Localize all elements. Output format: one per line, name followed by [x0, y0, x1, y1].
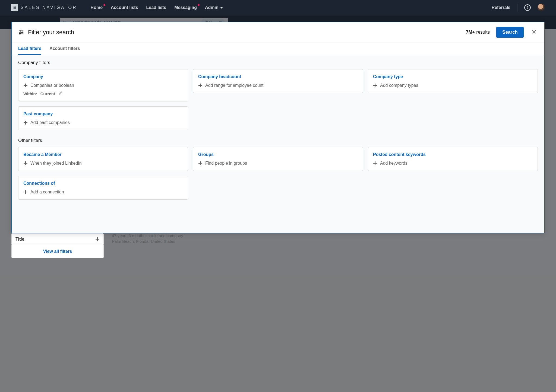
add-member-date-action[interactable]: When they joined LinkedIn — [23, 161, 183, 166]
divider — [517, 4, 517, 12]
svg-point-13 — [20, 33, 21, 34]
card-title: Past company — [23, 111, 183, 116]
svg-point-11 — [22, 32, 23, 33]
modal-header: Filter your search 7M+ results Search — [12, 22, 544, 43]
avatar[interactable] — [538, 4, 545, 11]
modal-body: Company filters Company Companies or boo… — [12, 55, 544, 233]
nav-account-lists[interactable]: Account lists — [111, 5, 138, 10]
card-title: Company — [23, 74, 183, 79]
snippet-role: 47 years 3 months in role and company — [112, 233, 542, 238]
plus-icon — [198, 83, 203, 88]
nav-admin[interactable]: Admin — [205, 5, 223, 10]
nav-referrals[interactable]: Referrals — [492, 5, 510, 10]
add-company-type-action[interactable]: Add company types — [373, 83, 533, 88]
result-snippet: 47 years 3 months in role and company Pa… — [109, 233, 545, 392]
plus-icon — [23, 161, 28, 165]
svg-point-9 — [20, 30, 21, 31]
section-title-other: Other filters — [18, 138, 538, 143]
snippet-location: Palm Beach, Florida, United States — [112, 239, 542, 244]
filter-card-company[interactable]: Company Companies or boolean Within: Cur… — [18, 69, 188, 101]
nav-lead-lists[interactable]: Lead lists — [146, 5, 166, 10]
filter-card-headcount[interactable]: Company headcount Add range for employee… — [193, 69, 363, 93]
filter-card-groups[interactable]: Groups Find people in groups — [193, 147, 363, 171]
plus-icon — [23, 120, 28, 125]
view-all-filters-button[interactable]: View all filters — [11, 245, 104, 258]
edit-within-button[interactable] — [58, 91, 63, 96]
filter-card-past-company[interactable]: Past company Add past companies — [18, 106, 188, 130]
plus-icon — [95, 237, 100, 241]
add-groups-action[interactable]: Find people in groups — [198, 161, 358, 166]
add-keywords-action[interactable]: Add keywords — [373, 161, 533, 166]
plus-icon — [23, 190, 28, 194]
brand-text: SALES NAVIGATOR — [21, 5, 77, 10]
within-row: Within: Current — [23, 91, 183, 96]
chevron-down-icon — [220, 7, 223, 9]
filter-card-connections-of[interactable]: Connections of Add a connection — [18, 176, 188, 200]
background-content: Title View all filters 47 years 3 months… — [11, 228, 545, 392]
plus-icon — [373, 83, 377, 88]
modal-title: Filter your search — [28, 29, 74, 36]
filter-card-posted-keywords[interactable]: Posted content keywords Add keywords — [368, 147, 538, 171]
filter-modal: Filter your search 7M+ results Search Le… — [11, 22, 545, 233]
add-company-action[interactable]: Companies or boolean — [23, 83, 183, 88]
filter-card-company-type[interactable]: Company type Add company types — [368, 69, 538, 93]
card-title: Posted content keywords — [373, 152, 533, 157]
card-title: Became a Member — [23, 152, 183, 157]
tab-account-filters[interactable]: Account filters — [49, 43, 80, 55]
card-title: Connections of — [23, 181, 183, 186]
search-button[interactable]: Search — [496, 27, 524, 38]
add-connection-action[interactable]: Add a connection — [23, 190, 183, 195]
nav-home[interactable]: Home — [91, 5, 103, 10]
add-headcount-action[interactable]: Add range for employee count — [198, 83, 358, 88]
top-nav: in SALES NAVIGATOR Home Account lists Le… — [0, 0, 556, 15]
add-past-company-action[interactable]: Add past companies — [23, 120, 183, 125]
notification-dot-icon — [103, 4, 105, 6]
help-icon[interactable]: ? — [524, 4, 531, 11]
sliders-icon — [18, 29, 24, 35]
filter-title-label: Title — [15, 237, 24, 242]
card-title: Company headcount — [198, 74, 358, 79]
pencil-icon — [58, 91, 63, 95]
plus-icon — [23, 83, 28, 88]
brand[interactable]: in SALES NAVIGATOR — [11, 4, 77, 11]
notification-dot-icon — [198, 4, 200, 6]
filter-title-row[interactable]: Title — [11, 233, 104, 245]
close-button[interactable] — [530, 28, 538, 37]
close-icon — [531, 29, 537, 34]
filter-card-became-member[interactable]: Became a Member When they joined LinkedI… — [18, 147, 188, 171]
plus-icon — [373, 161, 377, 165]
card-title: Company type — [373, 74, 533, 79]
linkedin-logo-icon: in — [11, 4, 18, 11]
tab-lead-filters[interactable]: Lead filters — [18, 43, 41, 55]
plus-icon — [198, 161, 203, 165]
result-count: 7M+ results — [466, 30, 490, 35]
section-title-company: Company filters — [18, 60, 538, 65]
modal-tabs: Lead filters Account filters — [12, 43, 544, 55]
nav-messaging[interactable]: Messaging — [174, 5, 197, 10]
card-title: Groups — [198, 152, 358, 157]
